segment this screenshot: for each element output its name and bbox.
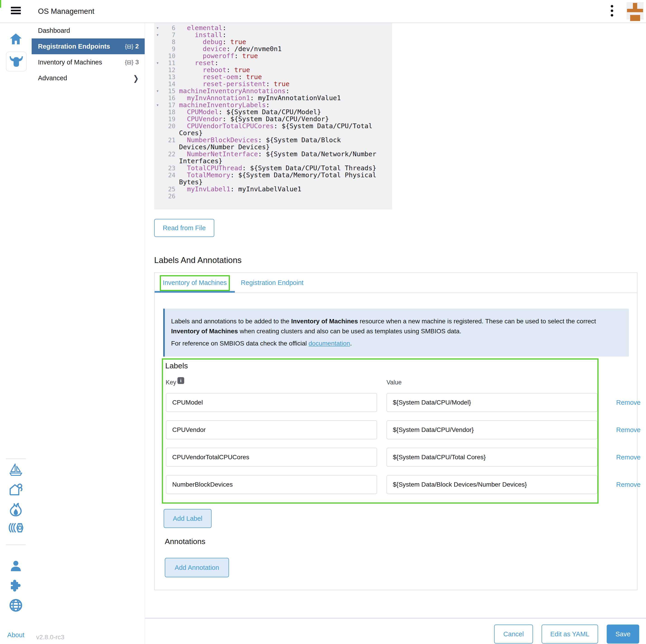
sidebar-item-advanced[interactable]: Advanced❯ — [32, 70, 145, 86]
harvester-barn-icon[interactable] — [0, 483, 32, 496]
user-icon[interactable] — [0, 560, 32, 572]
annotations-title: Annotations — [165, 537, 205, 546]
sidebar-item-dashboard[interactable]: Dashboard — [32, 23, 145, 38]
code-line: 23 TotalCPUThread: ${System Data/CPU/Tot… — [154, 165, 392, 172]
code-line: 10 poweroff: true — [154, 53, 392, 60]
remove-label-link[interactable]: Remove — [616, 481, 641, 488]
sidebar-item-label: Inventory of Machines — [38, 59, 102, 66]
yaml-editor[interactable]: 5 '▾6 elemental:▾7 install:8 debug: true… — [154, 23, 392, 209]
tab-inventory-of-machines[interactable]: Inventory of Machines — [154, 273, 235, 293]
line-number: 7 — [161, 31, 176, 38]
globe-icon[interactable] — [0, 599, 32, 612]
save-button[interactable]: Save — [607, 625, 639, 644]
flame-droplet-icon[interactable] — [0, 503, 32, 517]
extensions-puzzle-icon[interactable] — [0, 579, 32, 592]
code-text: device: /dev/nvme0n1 — [179, 45, 377, 53]
page-title: OS Management — [38, 0, 94, 23]
label-key-input[interactable] — [166, 421, 377, 439]
line-number: 14 — [161, 81, 176, 88]
key-column-header: Key — [166, 379, 176, 386]
code-line: 14 reset-persistent: true — [154, 81, 392, 88]
sidebar-nav: DashboardRegistration Endpoints{⊟}2Inven… — [32, 23, 145, 644]
label-key-input[interactable] — [166, 393, 377, 412]
sidebar-item-registration-endpoints[interactable]: Registration Endpoints{⊟}2 — [32, 38, 145, 54]
tab-registration-endpoint[interactable]: Registration Endpoint — [235, 273, 309, 293]
suse-logo[interactable] — [627, 2, 644, 19]
yaml-editor-content: 5 '▾6 elemental:▾7 install:8 debug: true… — [154, 23, 392, 200]
version-label: v2.8.0-rc3 — [36, 634, 65, 641]
label-key-input[interactable] — [166, 475, 377, 494]
code-text: NumberBlockDevices: ${System Data/Block … — [179, 136, 377, 151]
annotation-corner-mark — [0, 0, 1, 8]
kebab-menu-icon[interactable] — [609, 5, 615, 18]
fold-arrow-icon[interactable]: ▾ — [154, 24, 161, 31]
sidebar-item-label: Registration Endpoints — [38, 43, 110, 50]
fleet-sailboat-icon[interactable] — [0, 463, 32, 476]
count-badge: 3 — [135, 59, 139, 66]
key-info-icon[interactable]: i — [178, 377, 184, 384]
code-text: myInvLabel1: myInvLabelValue1 — [179, 186, 377, 193]
hamburger-menu-icon[interactable] — [11, 7, 21, 16]
cancel-button[interactable]: Cancel — [494, 625, 533, 644]
code-text: NumberNetInterface: ${System Data/Networ… — [179, 151, 377, 165]
line-number: 16 — [161, 95, 176, 101]
code-line: 21 NumberBlockDevices: ${System Data/Blo… — [154, 136, 392, 151]
line-number: 25 — [161, 186, 176, 193]
code-text: CPUVendor: ${System Data/CPU/Vendor} — [179, 115, 377, 122]
code-line: 25 myInvLabel1: myInvLabelValue1 — [154, 186, 392, 193]
icon-rail: About — [0, 23, 32, 644]
code-text: reset-oem: true — [179, 74, 377, 81]
fold-arrow-icon[interactable]: ▾ — [154, 101, 161, 108]
fold-arrow-icon[interactable]: ▾ — [154, 60, 161, 67]
top-header: OS Management — [0, 0, 646, 23]
footer-actions: Cancel Edit as YAML Save — [145, 619, 646, 644]
label-key-input[interactable] — [166, 448, 377, 467]
value-column-header: Value — [387, 379, 402, 386]
code-text: TotalCPUThread: ${System Data/CPU/Total … — [179, 165, 377, 172]
code-line: ▾6 elemental: — [154, 24, 392, 31]
remove-label-link[interactable]: Remove — [616, 399, 641, 406]
line-number: 23 — [161, 165, 176, 172]
line-number: 17 — [161, 101, 176, 108]
code-text: poweroff: true — [179, 53, 377, 60]
code-text: reset: — [179, 60, 377, 67]
code-line: ▾7 install: — [154, 31, 392, 38]
line-number: 6 — [161, 24, 176, 31]
line-number: 11 — [161, 60, 176, 67]
edit-as-yaml-button[interactable]: Edit as YAML — [542, 625, 598, 644]
home-icon[interactable] — [0, 33, 32, 45]
chevron-right-icon: ❯ — [133, 74, 139, 83]
add-label-button[interactable]: Add Label — [164, 509, 212, 528]
code-line: ▾17machineInventoryLabels: — [154, 101, 392, 108]
info-banner-text: Labels and annotations to be added to th… — [171, 316, 622, 336]
code-text: reboot: true — [179, 67, 377, 74]
add-annotation-button[interactable]: Add Annotation — [165, 558, 229, 577]
label-value-input[interactable] — [387, 393, 598, 412]
code-line: 18 CPUModel: ${System Data/CPU/Model} — [154, 108, 392, 115]
fold-arrow-icon[interactable]: ▾ — [154, 31, 161, 38]
sidebar-item-label: Dashboard — [38, 27, 70, 34]
code-text: CPUModel: ${System Data/CPU/Model} — [179, 108, 377, 115]
documentation-link[interactable]: documentation — [309, 340, 350, 347]
tab-row: Inventory of Machines Registration Endpo… — [154, 273, 637, 293]
sidebar-item-label: Advanced — [38, 74, 67, 82]
code-text: elemental: — [179, 24, 377, 31]
label-value-input[interactable] — [387, 448, 598, 467]
code-line: ▾11 reset: — [154, 60, 392, 67]
read-from-file-button[interactable]: Read from File — [154, 219, 214, 237]
turbine-wheel-icon[interactable] — [0, 523, 32, 533]
code-text: reset-persistent: true — [179, 81, 377, 88]
code-line: 8 debug: true — [154, 38, 392, 45]
count-badge-icon: {⊟} — [125, 59, 134, 66]
fold-arrow-icon[interactable]: ▾ — [154, 88, 161, 95]
os-management-app-tile[interactable] — [6, 52, 27, 72]
label-value-input[interactable] — [387, 475, 598, 494]
sidebar-item-inventory-of-machines[interactable]: Inventory of Machines{⊟}3 — [32, 54, 145, 70]
label-value-input[interactable] — [387, 421, 598, 439]
remove-label-link[interactable]: Remove — [616, 454, 641, 461]
line-number: 13 — [161, 74, 176, 81]
line-number: 22 — [161, 151, 176, 158]
line-number: 15 — [161, 88, 176, 95]
remove-label-link[interactable]: Remove — [616, 426, 641, 434]
about-link[interactable]: About — [0, 631, 32, 639]
